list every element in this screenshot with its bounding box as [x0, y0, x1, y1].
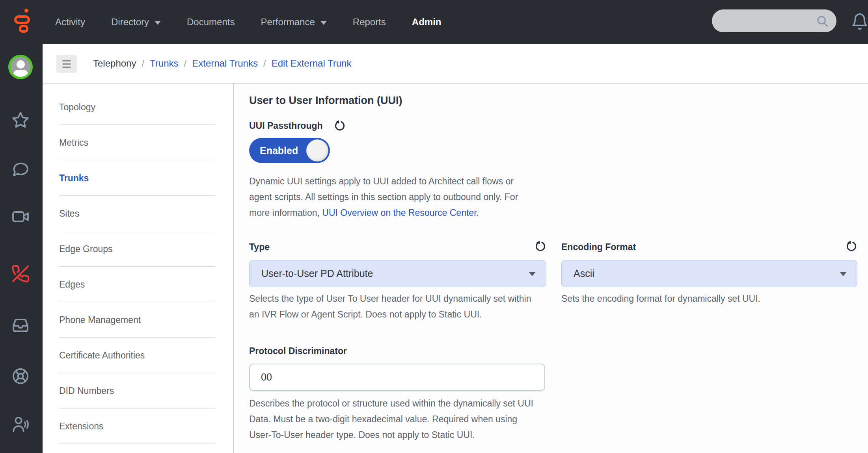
breadcrumb-separator: /: [142, 58, 144, 69]
top-navigation-bar: Activity Directory Documents Performance…: [0, 0, 868, 44]
left-icon-rail: [0, 0, 43, 453]
logo-pill: [14, 15, 30, 24]
global-search: [712, 9, 836, 32]
type-dropdown[interactable]: User-to-User PD Attribute: [249, 260, 546, 287]
chevron-down-icon: [529, 272, 536, 276]
breadcrumb-telephony: Telephony: [93, 58, 136, 69]
menu-hamburger-button[interactable]: [56, 55, 77, 73]
favorites-star-icon[interactable]: [11, 111, 30, 130]
encoding-format-dropdown[interactable]: Ascii: [561, 260, 857, 287]
chevron-down-icon: [840, 272, 847, 276]
avatar-torso: [13, 70, 28, 79]
nav-item-admin[interactable]: Admin: [412, 17, 441, 28]
description-line: more information, UUI Overview on the Re…: [249, 205, 557, 221]
breadcrumb-separator: /: [263, 58, 266, 69]
help-line: Selects the type of User To User header …: [249, 291, 531, 306]
chat-bubble-icon[interactable]: [11, 160, 30, 179]
nav-label: Activity: [55, 17, 85, 28]
reset-uui-passthrough-button[interactable]: [334, 120, 346, 132]
uui-passthrough-label: UUI Passthrough: [249, 121, 323, 131]
nav-label: Documents: [187, 17, 235, 28]
notifications-bell-icon[interactable]: [851, 12, 868, 32]
type-dropdown-value: User-to-User PD Attribute: [261, 260, 373, 287]
help-line: Sets the encoding format for dynamically…: [561, 291, 760, 306]
inbox-tray-icon[interactable]: [11, 316, 30, 334]
description-line: Dynamic UUI settings apply to UUI added …: [249, 173, 557, 189]
protocol-discriminator-input[interactable]: [249, 364, 545, 391]
global-search-input[interactable]: [721, 9, 816, 32]
video-camera-icon[interactable]: [11, 207, 30, 226]
app-viewport: Activity Directory Documents Performance…: [0, 0, 868, 453]
phone-disabled-icon[interactable]: [11, 264, 30, 283]
breadcrumb-edit-external-trunk-link[interactable]: Edit External Trunk: [272, 58, 352, 69]
nav-item-directory[interactable]: Directory: [111, 17, 161, 28]
sidebar-item-sites[interactable]: Sites: [43, 196, 233, 231]
section-title: User to User Information (UUI): [249, 95, 402, 107]
help-line: an IVR Flow or Agent Script. Does not ap…: [249, 306, 531, 322]
encoding-format-label: Encoding Format: [561, 242, 636, 252]
type-label: Type: [249, 242, 270, 252]
search-icon: [816, 15, 829, 28]
nav-label: Admin: [412, 17, 441, 28]
uui-overview-resource-center-link[interactable]: UUI Overview on the Resource Center.: [322, 208, 479, 218]
sidebar-item-certificate-authorities[interactable]: Certificate Authorities: [43, 338, 233, 373]
sidebar-item-trunks[interactable]: Trunks: [43, 160, 233, 196]
logo-dot: [24, 9, 28, 13]
nav-label: Directory: [111, 17, 149, 28]
agent-speaking-icon[interactable]: [11, 415, 30, 434]
reset-icon: [334, 120, 346, 132]
protocol-discriminator-label: Protocol Discriminator: [249, 346, 347, 356]
nav-item-performance[interactable]: Performance: [261, 17, 326, 28]
help-line: Describes the protocol or structure used…: [249, 395, 533, 411]
breadcrumb: Telephony / Trunks / External Trunks / E…: [93, 44, 351, 83]
main-content: User to User Information (UUI) UUI Passt…: [234, 84, 868, 453]
type-help-text: Selects the type of User To User header …: [249, 291, 531, 322]
avatar-head: [17, 60, 25, 69]
breadcrumb-external-trunks-link[interactable]: External Trunks: [192, 58, 258, 69]
breadcrumb-trunks-link[interactable]: Trunks: [150, 58, 178, 69]
description-line: agent scripts. All settings in this sect…: [249, 189, 557, 205]
help-wheel-icon[interactable]: [11, 367, 30, 386]
uui-passthrough-toggle[interactable]: Enabled: [249, 138, 330, 163]
help-line: Data. Must be a two-digit hexadecimal va…: [249, 411, 533, 427]
protocol-discriminator-help-text: Describes the protocol or structure used…: [249, 395, 533, 443]
encoding-format-help-text: Sets the encoding format for dynamically…: [561, 291, 760, 306]
breadcrumb-separator: /: [184, 58, 187, 69]
telephony-sidebar: Topology Metrics Trunks Sites Edge Group…: [43, 84, 234, 453]
nav-item-documents[interactable]: Documents: [187, 17, 235, 28]
nav-label: Performance: [261, 17, 315, 28]
sidebar-item-edge-groups[interactable]: Edge Groups: [43, 231, 233, 267]
chevron-down-icon: [155, 21, 161, 25]
reset-icon: [535, 240, 546, 252]
toggle-knob: [306, 139, 328, 162]
nav-item-activity[interactable]: Activity: [55, 17, 85, 28]
user-avatar[interactable]: [8, 55, 33, 79]
sidebar-item-extensions[interactable]: Extensions: [43, 408, 233, 444]
nav-label: Reports: [353, 17, 386, 28]
toggle-state-label: Enabled: [260, 138, 298, 163]
sidebar-item-metrics[interactable]: Metrics: [43, 125, 233, 160]
sidebar-item-phone-management[interactable]: Phone Management: [43, 302, 233, 338]
primary-nav: Activity Directory Documents Performance…: [55, 0, 441, 44]
sidebar-item-edges[interactable]: Edges: [43, 267, 233, 302]
page-header: Telephony / Trunks / External Trunks / E…: [43, 44, 868, 84]
description-text: more information,: [249, 208, 322, 218]
reset-type-button[interactable]: [535, 240, 546, 252]
encoding-format-dropdown-value: Ascii: [574, 260, 594, 287]
reset-icon: [846, 240, 857, 252]
reset-encoding-format-button[interactable]: [846, 240, 857, 252]
sidebar-item-did-numbers[interactable]: DID Numbers: [43, 373, 233, 408]
help-line: User-To-User header type. Does not apply…: [249, 427, 533, 443]
sidebar-item-topology[interactable]: Topology: [43, 89, 233, 125]
chevron-down-icon: [320, 21, 327, 25]
logo-square: [19, 25, 28, 33]
nav-item-reports[interactable]: Reports: [353, 17, 386, 28]
uui-description: Dynamic UUI settings apply to UUI added …: [249, 173, 557, 221]
genesys-logo[interactable]: [13, 8, 32, 33]
